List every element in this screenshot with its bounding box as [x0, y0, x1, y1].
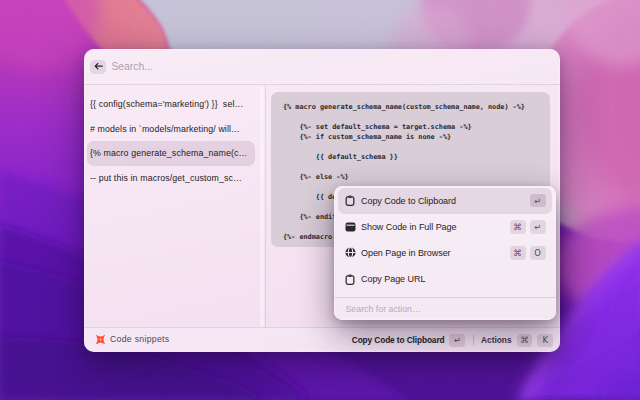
search-bar: Search...	[84, 49, 561, 84]
search-input[interactable]: Search...	[112, 49, 153, 84]
action-search-input[interactable]: Search for action…	[346, 298, 421, 320]
desktop: Search... {{ config(schema='marketing') …	[0, 0, 640, 400]
action-panel: Copy Code to Clipboard ↵ Show Code in Fu…	[334, 186, 556, 320]
primary-action-label[interactable]: Copy Code to Clipboard	[352, 335, 445, 345]
action-item-label: Show Code in Full Page	[361, 222, 510, 232]
shortcut-badges: ⌘ O	[510, 246, 546, 260]
list-item-title: {% macro generate_schema_name(c…	[87, 148, 253, 158]
shortcut-badges: ⌘ ↵	[510, 220, 546, 234]
list-item[interactable]: # models in `models/marketing/ will…	[87, 116, 255, 141]
extension-name: Code snippets	[110, 334, 169, 344]
list-scrollbar[interactable]	[260, 86, 264, 327]
extension-info: Code snippets	[95, 334, 170, 345]
action-items: Copy Code to Clipboard ↵ Show Code in Fu…	[338, 188, 552, 293]
action-item-label: Open Page in Browser	[361, 248, 510, 258]
action-item-label: Copy Code to Clipboard	[361, 196, 530, 206]
list-item[interactable]: {{ config(schema='marketing') }} sel…	[87, 92, 255, 117]
cmd-key-badge: ⌘	[510, 220, 526, 234]
actions-button[interactable]: Actions	[481, 335, 511, 345]
return-key-badge: ↵	[449, 334, 465, 347]
action-item-label: Copy Page URL	[361, 274, 546, 284]
list-item[interactable]: -- put this in macros/get_custom_sc…	[87, 166, 255, 191]
status-bar: Code snippets Copy Code to Clipboard ↵ A…	[84, 327, 561, 352]
action-item-copy-url[interactable]: Copy Page URL	[338, 266, 552, 292]
action-item-show-code[interactable]: Show Code in Full Page ⌘ ↵	[338, 214, 552, 240]
dbt-logo	[95, 334, 106, 345]
statusbar-separator	[473, 335, 474, 345]
shortcut-badges: ↵	[530, 194, 546, 208]
return-key-badge: ↵	[530, 220, 546, 234]
action-item-open-browser[interactable]: Open Page in Browser ⌘ O	[338, 240, 552, 266]
arrow-left-icon	[94, 63, 103, 70]
cmd-key-badge: ⌘	[510, 246, 526, 260]
list-item-title: {{ config(schema='marketing') }} sel…	[87, 99, 249, 109]
k-key-badge: K	[537, 334, 553, 347]
clipboard-icon	[345, 274, 356, 285]
statusbar-right: Copy Code to Clipboard ↵ Actions ⌘ K	[352, 334, 553, 347]
list-item-selected[interactable]: {% macro generate_schema_name(c…	[87, 141, 255, 166]
window-icon	[345, 221, 356, 232]
clipboard-icon	[345, 195, 356, 206]
action-item-copy-code[interactable]: Copy Code to Clipboard ↵	[338, 188, 552, 214]
return-key-badge: ↵	[530, 194, 546, 208]
globe-icon	[345, 247, 356, 258]
o-key-badge: O	[530, 246, 546, 260]
list-item-title: # models in `models/marketing/ will…	[87, 124, 246, 134]
list-item-title: -- put this in macros/get_custom_sc…	[87, 173, 247, 183]
raycast-window: Search... {{ config(schema='marketing') …	[84, 49, 561, 352]
back-button[interactable]	[90, 60, 106, 74]
snippet-list: {{ config(schema='marketing') }} sel… # …	[84, 85, 265, 328]
cmd-key-badge: ⌘	[517, 334, 533, 347]
